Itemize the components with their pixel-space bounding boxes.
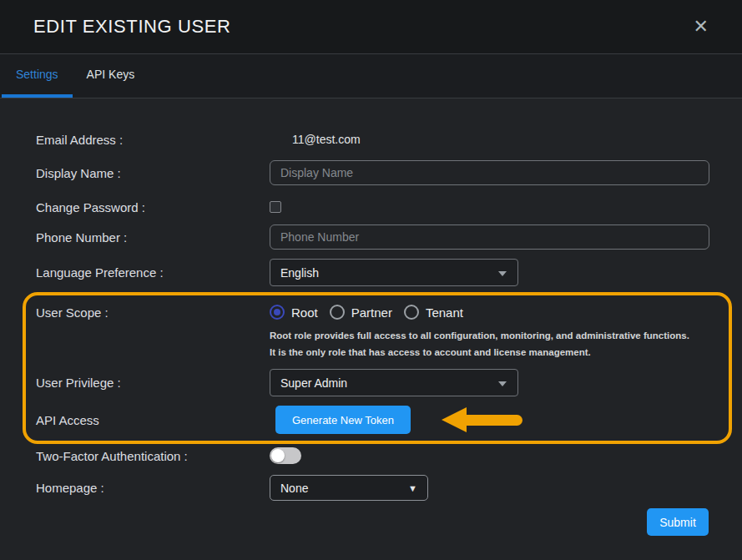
language-label: Language Preference : [36, 265, 270, 280]
homepage-row: Homepage : None ▼ [36, 475, 709, 501]
email-label: Email Address : [36, 133, 270, 147]
toggle-knob [271, 449, 285, 462]
tab-api-keys[interactable]: API Keys [73, 54, 149, 98]
highlight-box: User Scope : Root Partner Te [23, 292, 732, 444]
radio-tenant[interactable]: Tenant [404, 305, 463, 320]
page-title: EDIT EXISTING USER [33, 16, 231, 38]
phone-field[interactable] [270, 225, 709, 250]
api-access-label: API Access [36, 413, 270, 427]
arrow-left-icon [442, 407, 467, 432]
email-row: Email Address : 11@test.com [36, 129, 709, 150]
chevron-down-icon [498, 381, 507, 386]
radio-root-icon [270, 305, 285, 320]
radio-root-label: Root [291, 305, 318, 320]
tab-settings[interactable]: Settings [2, 54, 73, 98]
radio-tenant-icon [404, 305, 419, 320]
tab-settings-label: Settings [16, 68, 58, 81]
homepage-label: Homepage : [36, 481, 270, 495]
user-scope-row: User Scope : Root Partner Te [36, 302, 729, 322]
settings-form: Email Address : 11@test.com Display Name… [0, 98, 742, 560]
user-scope-label: User Scope : [36, 305, 270, 320]
display-name-label: Display Name : [36, 166, 270, 180]
user-privilege-label: User Privilege : [36, 376, 270, 390]
modal-footer: Submit [36, 508, 709, 536]
arrow-tail [466, 415, 522, 426]
radio-root[interactable]: Root [270, 305, 318, 320]
radio-tenant-label: Tenant [426, 305, 463, 320]
change-password-label: Change Password : [36, 200, 270, 214]
api-access-row: API Access Generate New Token [36, 406, 729, 434]
user-scope-help-line2: It is the only role that has access to a… [270, 344, 729, 361]
submit-button[interactable]: Submit [647, 508, 709, 536]
email-value: 11@test.com [270, 133, 361, 146]
user-scope-help: Root role provides full access to all co… [270, 327, 729, 361]
radio-partner-icon [330, 305, 345, 320]
chevron-down-icon: ▼ [408, 482, 417, 495]
tab-api-keys-label: API Keys [87, 68, 135, 81]
two-factor-row: Two-Factor Authentication : [36, 447, 709, 464]
user-privilege-row: User Privilege : Super Admin [36, 369, 729, 396]
user-privilege-select-value: Super Admin [280, 376, 347, 390]
chevron-down-icon [498, 271, 507, 276]
display-name-field[interactable] [270, 160, 709, 185]
homepage-select-value: None [280, 482, 308, 495]
language-row: Language Preference : English [36, 259, 709, 286]
tab-bar: Settings API Keys [0, 54, 742, 98]
user-scope-help-line1: Root role provides full access to all co… [270, 327, 729, 344]
user-scope-radio-group: Root Partner Tenant [270, 305, 463, 320]
homepage-select[interactable]: None ▼ [270, 475, 428, 501]
display-name-row: Display Name : [36, 160, 709, 185]
phone-row: Phone Number : [36, 225, 709, 250]
two-factor-toggle[interactable] [270, 447, 301, 464]
radio-partner-label: Partner [351, 305, 392, 320]
phone-label: Phone Number : [36, 230, 270, 245]
modal-header: EDIT EXISTING USER ✕ [0, 0, 742, 54]
generate-new-token-button[interactable]: Generate New Token [275, 406, 411, 434]
radio-partner[interactable]: Partner [330, 305, 392, 320]
language-select[interactable]: English [270, 259, 518, 286]
user-privilege-select[interactable]: Super Admin [270, 369, 518, 396]
two-factor-label: Two-Factor Authentication : [36, 449, 270, 463]
change-password-checkbox[interactable] [270, 201, 281, 213]
language-select-value: English [280, 266, 319, 280]
edit-user-modal: EDIT EXISTING USER ✕ Settings API Keys E… [0, 0, 742, 560]
close-icon[interactable]: ✕ [694, 18, 709, 36]
annotation-arrow [442, 407, 522, 432]
change-password-row: Change Password : [36, 200, 709, 214]
